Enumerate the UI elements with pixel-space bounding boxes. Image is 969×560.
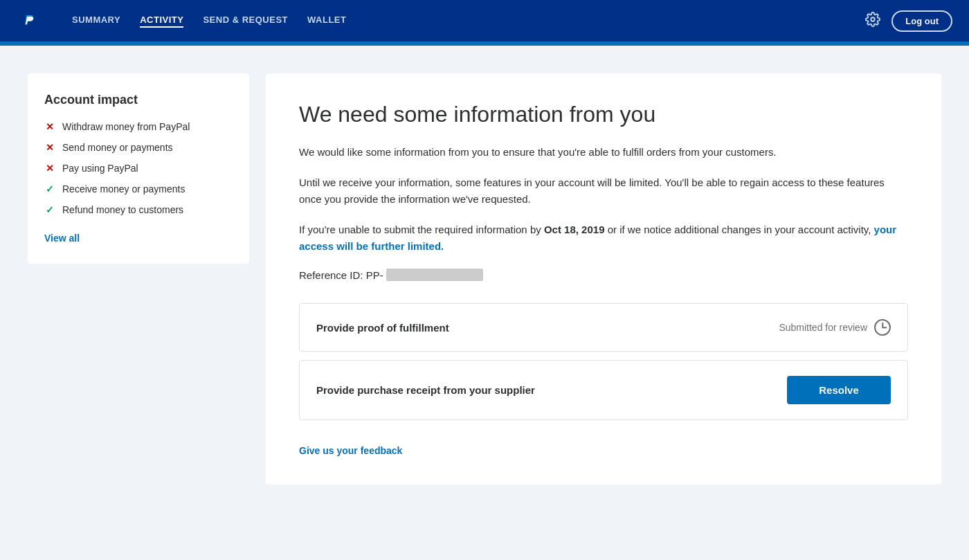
nav-send-request[interactable]: SEND & REQUEST	[203, 15, 288, 28]
nav-summary[interactable]: SUMMARY	[72, 15, 120, 28]
info-panel: We need some information from you We wou…	[266, 73, 941, 485]
deadline-date: Oct 18, 2019	[544, 224, 605, 235]
navigation: SUMMARY ACTIVITY SEND & REQUEST WALLET L…	[0, 0, 969, 42]
list-item: ✕ Withdraw money from PayPal	[44, 121, 233, 132]
fulfillment-card: Provide proof of fulfillment Submitted f…	[299, 303, 908, 352]
x-icon: ✕	[44, 121, 55, 132]
check-icon: ✓	[44, 183, 55, 195]
page-title: We need some information from you	[299, 101, 908, 127]
impact-item-label: Receive money or payments	[62, 183, 185, 195]
resolve-button[interactable]: Resolve	[787, 376, 891, 404]
deadline-suffix: or if we notice additional changes in yo…	[604, 224, 873, 235]
intro-text: We would like some information from you …	[299, 144, 908, 161]
feedback-link[interactable]: Give us your feedback	[299, 445, 402, 456]
impact-item-label: Withdraw money from PayPal	[62, 121, 190, 132]
svg-point-1	[871, 17, 876, 21]
nav-right: Log out	[865, 10, 952, 32]
nav-wallet[interactable]: WALLET	[307, 15, 346, 28]
impact-list: ✕ Withdraw money from PayPal ✕ Send mone…	[44, 121, 233, 215]
x-icon: ✕	[44, 163, 55, 174]
list-item: ✕ Send money or payments	[44, 142, 233, 153]
settings-icon[interactable]	[865, 12, 880, 30]
clock-icon	[874, 319, 891, 336]
reference-id: Reference ID: PP-	[299, 269, 908, 281]
fulfillment-status: Submitted for review	[779, 319, 891, 336]
receipt-card: Provide purchase receipt from your suppl…	[299, 360, 908, 420]
submitted-status-label: Submitted for review	[779, 322, 867, 333]
fulfillment-card-title: Provide proof of fulfillment	[316, 322, 449, 334]
check-icon: ✓	[44, 204, 55, 215]
reference-redacted	[386, 269, 483, 281]
list-item: ✕ Pay using PayPal	[44, 163, 233, 174]
paypal-logo	[17, 8, 42, 33]
impact-item-label: Refund money to customers	[62, 204, 183, 215]
impact-item-label: Pay using PayPal	[62, 163, 138, 174]
deadline-text: If you're unable to submit the required …	[299, 222, 908, 255]
reference-prefix: Reference ID: PP-	[299, 269, 383, 281]
receipt-card-title: Provide purchase receipt from your suppl…	[316, 384, 535, 396]
view-all-link[interactable]: View all	[44, 233, 80, 244]
account-impact-panel: Account impact ✕ Withdraw money from Pay…	[28, 73, 249, 264]
list-item: ✓ Receive money or payments	[44, 183, 233, 195]
list-item: ✓ Refund money to customers	[44, 204, 233, 215]
panel-title: Account impact	[44, 93, 233, 107]
deadline-prefix: If you're unable to submit the required …	[299, 224, 544, 235]
impact-item-label: Send money or payments	[62, 142, 173, 153]
logout-button[interactable]: Log out	[891, 10, 952, 32]
nav-links: SUMMARY ACTIVITY SEND & REQUEST WALLET	[72, 15, 843, 28]
main-content: Account impact ✕ Withdraw money from Pay…	[0, 46, 969, 512]
body-text: Until we receive your information, some …	[299, 174, 908, 208]
nav-activity[interactable]: ACTIVITY	[140, 15, 183, 28]
x-icon: ✕	[44, 142, 55, 153]
